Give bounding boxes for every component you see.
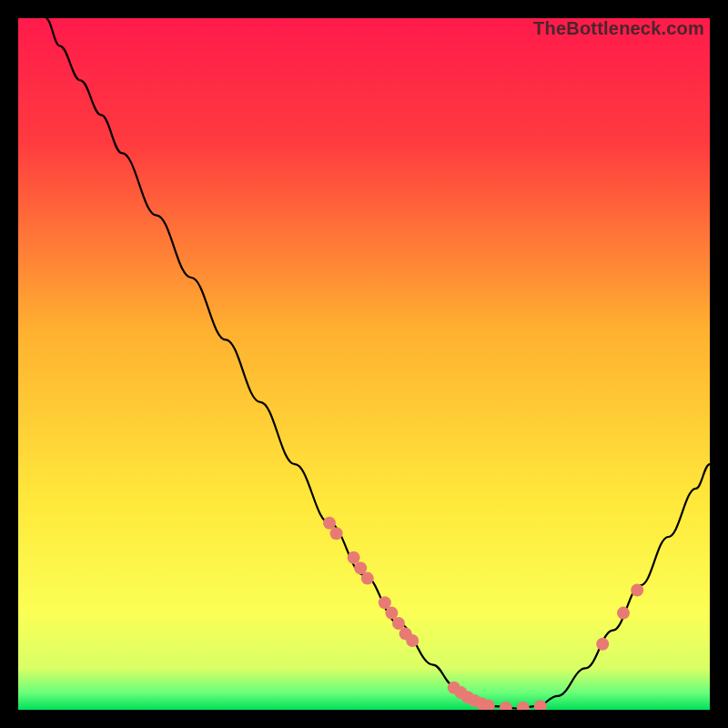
- data-dot: [354, 561, 367, 574]
- data-dot: [385, 607, 398, 620]
- data-dot: [348, 551, 360, 564]
- data-dot: [330, 527, 343, 540]
- data-dot: [361, 572, 374, 585]
- data-dot: [596, 638, 609, 651]
- data-dot: [617, 607, 630, 620]
- data-dot: [631, 584, 643, 597]
- chart-frame: TheBottleneck.com: [18, 18, 710, 710]
- chart-svg: [18, 18, 710, 710]
- data-dot: [379, 596, 391, 609]
- data-dot: [406, 634, 419, 647]
- chart-background: [18, 18, 710, 710]
- data-dot: [392, 617, 405, 630]
- data-dot: [323, 517, 336, 530]
- watermark-label: TheBottleneck.com: [533, 18, 704, 39]
